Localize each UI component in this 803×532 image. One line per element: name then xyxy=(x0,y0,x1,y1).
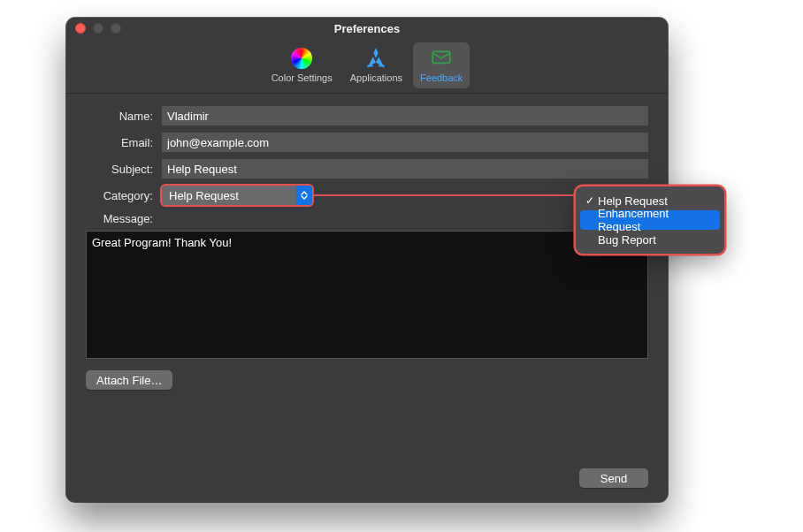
tab-label: Feedback xyxy=(420,72,463,83)
tab-applications[interactable]: Applications xyxy=(343,42,409,88)
preferences-window: Preferences Color Settings Applications xyxy=(66,18,668,502)
preferences-toolbar: Color Settings Applications xyxy=(66,39,668,94)
send-button[interactable]: Send xyxy=(579,468,648,488)
subject-field[interactable] xyxy=(162,159,648,179)
close-window-button[interactable] xyxy=(75,23,86,34)
category-option-label: Bug Report xyxy=(598,233,656,247)
email-label: Email: xyxy=(86,136,162,149)
minimize-window-button[interactable] xyxy=(93,23,103,34)
checkmark-icon: ✓ xyxy=(584,194,596,207)
tab-label: Applications xyxy=(350,72,402,83)
svg-rect-0 xyxy=(432,51,450,63)
chevron-up-down-icon xyxy=(296,186,312,205)
callout-connector-line xyxy=(312,194,576,196)
message-textarea[interactable] xyxy=(86,231,648,359)
window-controls xyxy=(75,23,121,34)
name-field[interactable] xyxy=(162,106,648,125)
category-select-value: Help Request xyxy=(162,189,296,202)
category-option-label: Help Request xyxy=(598,194,668,208)
category-option[interactable]: Enhancement Request xyxy=(580,210,720,230)
color-wheel-icon xyxy=(289,46,314,71)
email-field[interactable] xyxy=(162,133,648,152)
message-label: Message: xyxy=(86,212,162,225)
feedback-form: Name: Email: Subject: Category: Help Req… xyxy=(66,94,668,502)
name-label: Name: xyxy=(86,110,162,123)
titlebar: Preferences xyxy=(66,18,668,39)
applications-icon xyxy=(363,46,388,71)
attach-file-button[interactable]: Attach File… xyxy=(86,370,172,390)
zoom-window-button[interactable] xyxy=(111,23,121,34)
tab-feedback[interactable]: Feedback xyxy=(413,42,470,88)
tab-color-settings[interactable]: Color Settings xyxy=(264,42,340,88)
window-title: Preferences xyxy=(66,22,668,35)
category-label: Category: xyxy=(86,189,162,202)
category-option-label: Enhancement Request xyxy=(598,207,715,233)
category-select[interactable]: Help Request xyxy=(162,186,312,205)
feedback-icon xyxy=(429,46,454,71)
category-dropdown-menu: ✓Help RequestEnhancement RequestBug Repo… xyxy=(576,186,724,254)
subject-label: Subject: xyxy=(86,163,162,176)
tab-label: Color Settings xyxy=(271,72,333,83)
